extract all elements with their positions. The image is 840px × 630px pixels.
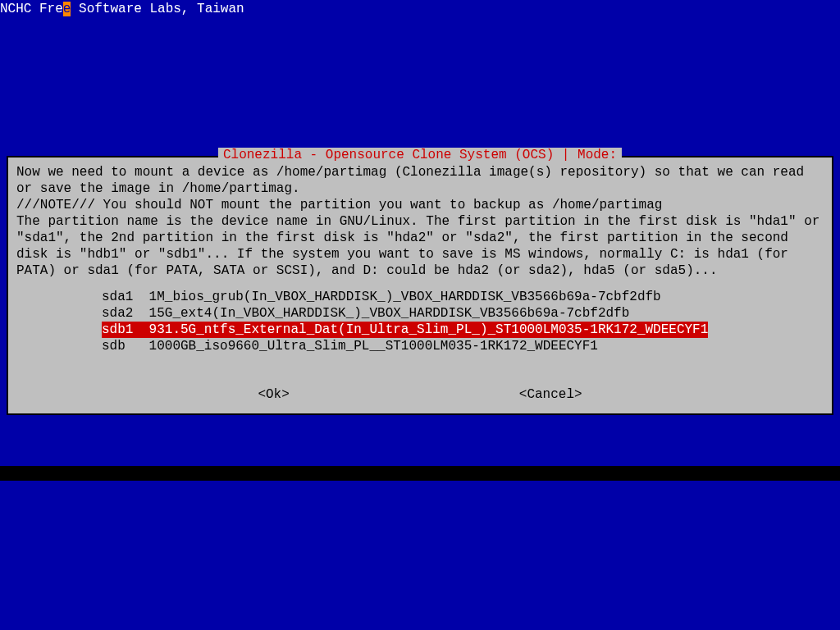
header-bar: NCHC Free Software Labs, Taiwan (0, 0, 840, 18)
device-option-sda1[interactable]: sda1 1M_bios_grub(In_VBOX_HARDDISK_)_VBO… (102, 289, 824, 305)
header-cursor: e (63, 2, 71, 16)
cancel-button[interactable]: <Cancel> (519, 387, 582, 402)
device-option-sdb[interactable]: sdb 1000GB_iso9660_Ultra_Slim_PL__ST1000… (102, 338, 824, 354)
device-option-sdb1[interactable]: sdb1 931.5G_ntfs_External_Dat(In_Ultra_S… (102, 322, 708, 338)
header-suffix: Software Labs, Taiwan (71, 2, 244, 16)
button-row: <Ok> <Cancel> (16, 387, 824, 402)
device-option-list[interactable]: sda1 1M_bios_grub(In_VBOX_HARDDISK_)_VBO… (16, 289, 824, 354)
dialog-wrapper: Clonezilla - Opensource Clone System (OC… (7, 156, 833, 415)
header-prefix: NCHC Fre (0, 2, 63, 16)
dialog-body: Now we need to mount a device as /home/p… (16, 164, 824, 279)
device-option-sda2[interactable]: sda2 15G_ext4(In_VBOX_HARDDISK_)_VBOX_HA… (102, 305, 824, 322)
bottom-black-band (0, 466, 840, 481)
dialog-title: Clonezilla - Opensource Clone System (OC… (218, 148, 622, 162)
ok-button[interactable]: <Ok> (258, 387, 289, 402)
mount-device-dialog: Clonezilla - Opensource Clone System (OC… (7, 156, 833, 415)
